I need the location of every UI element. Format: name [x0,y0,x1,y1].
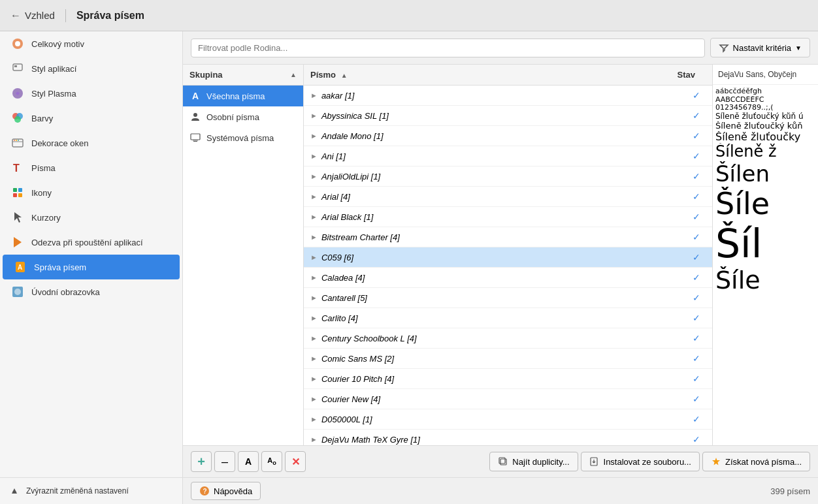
font-row[interactable]: ► Carlito [4] ✓ [304,308,712,328]
sidebar-item-kurzory[interactable]: Kurzory [0,205,182,230]
font-row[interactable]: ► Cantarell [5] ✓ [304,288,712,308]
sidebar-item-barvy[interactable]: Barvy [0,106,182,131]
preview-line: Šílen [715,161,815,187]
sidebar-item-sprava-pisem[interactable]: A Správa písem [3,255,180,279]
help-button[interactable]: ? Nápověda [191,482,261,500]
sidebar-item-pisma[interactable]: T Písma [0,155,182,180]
get-new-label: Získat nová písma... [725,457,802,467]
font-a2-icon: Ao [267,456,276,466]
sidebar-label-ikony: Ikony [31,188,52,198]
criteria-button[interactable]: Nastavit kritéria ▼ [710,38,810,57]
sidebar-label-sprava-pisem: Správa písem [34,262,86,272]
find-duplicates-button[interactable]: Najít duplicity... [489,452,578,471]
sidebar-label-kurzory: Kurzory [31,213,61,223]
font-a-button[interactable]: A [238,451,259,472]
find-duplicates-label: Najít duplicity... [512,457,569,467]
filter-input[interactable] [191,39,705,57]
group-item-vsechna[interactable]: A Všechna písma [183,86,303,106]
font-row-name: Century Schoolbook L [4] [321,334,693,343]
sidebar-item-styl-plasma[interactable]: Styl Plasma [0,81,182,106]
font-row[interactable]: ► Ani [1] ✓ [304,146,712,166]
svg-rect-27 [193,141,197,142]
sidebar-item-celkovy-motiv[interactable]: Celkový motiv [0,31,182,56]
colors-icon [10,111,25,125]
status-bar: ? Nápověda 399 písem [183,477,818,504]
preview-line: Šíle [715,266,815,295]
font-row[interactable]: ► Arial [4] ✓ [304,187,712,207]
font-a-icon: A [245,456,252,467]
page-title: Správa písem [76,10,144,22]
delete-icon: ✕ [291,456,300,468]
fontmgr-icon: A [13,260,27,274]
font-row[interactable]: ► Bitstream Charter [4] ✓ [304,227,712,247]
font-row-expand-icon: ► [310,334,318,342]
font-row[interactable]: ► Abyssinica SIL [1] ✓ [304,106,712,126]
install-from-file-button[interactable]: Instalovat ze souboru... [581,452,700,471]
font-row[interactable]: ► Courier New [4] ✓ [304,389,712,409]
font-row[interactable]: ► AnjaliOldLipi [1] ✓ [304,166,712,187]
sidebar-label-styl-aplikaci: Styl aplikací [31,64,76,74]
font-row-expand-icon: ► [310,435,318,443]
font-row-name: Bitstream Charter [4] [321,232,693,242]
preview-line: 0123456789..;,( [715,104,815,112]
font-row-name: Ani [1] [321,151,693,161]
back-button[interactable]: ← Vzhled [10,10,55,22]
font-row-check-icon: ✓ [693,252,700,262]
svg-rect-26 [191,134,200,140]
remove-font-button[interactable]: – [214,451,235,472]
font-row[interactable]: ► Century Schoolbook L [4] ✓ [304,328,712,349]
sidebar-label-pisma: Písma [31,163,56,173]
font-row[interactable]: ► DejaVu Math TeX Gyre [1] ✓ [304,430,712,445]
preview-line: AÁBCČDÉĚFC [715,96,815,104]
font-list-scroll[interactable]: ► aakar [1] ✓ ► Abyssinica SIL [1] ✓ ► A… [304,86,712,445]
svg-text:A: A [18,264,22,271]
preview-line: aábcčdéěfgh [715,87,815,96]
window-deco-icon [10,136,25,150]
group-item-systemova[interactable]: Systémová písma [183,127,303,148]
sidebar: Celkový motiv Styl aplikací Styl Plasma [0,31,183,504]
highlight-changes-button[interactable]: Zvýraznit změněná nastavení [10,486,172,496]
svg-point-12 [18,140,19,141]
sidebar-item-ikony[interactable]: Ikony [0,180,182,205]
sidebar-label-barvy: Barvy [31,114,53,123]
group-sort-icon: ▲ [290,71,297,78]
preview-line: Šíle [715,187,815,221]
install-label: Instalovat ze souboru... [604,457,691,467]
font-row-expand-icon: ► [310,294,318,302]
svg-rect-29 [500,459,506,465]
get-new-fonts-button[interactable]: Získat nová písma... [702,452,810,471]
font-row[interactable]: ► D050000L [1] ✓ [304,409,712,430]
font-row[interactable]: ► Comic Sans MS [2] ✓ [304,349,712,369]
font-row-name: AnjaliOldLipi [1] [321,172,693,181]
font-row[interactable]: ► aakar [1] ✓ [304,86,712,106]
sidebar-label-uvodni-obrazovka: Úvodní obrazovka [31,287,100,297]
sidebar-item-dekorace-oken[interactable]: Dekorace oken [0,131,182,155]
preview-line: Šíleně žluťoučký kůň ú [715,112,815,121]
svg-point-7 [14,116,21,123]
preview-line: Šíleně žluťoučky [715,131,815,143]
sidebar-item-odezva[interactable]: Odezva při spouštění aplikací [0,230,182,255]
preview-line: Šíl [715,221,815,266]
group-item-osobni[interactable]: Osobní písma [183,106,303,127]
font-row[interactable]: ► Arial Black [1] ✓ [304,207,712,227]
font-row[interactable]: ► Caladea [4] ✓ [304,268,712,288]
add-font-button[interactable]: + [191,451,212,472]
font-list-panel: Písmo ▲ Stav ► aakar [1] ✓ ► Abyssinica … [304,65,712,445]
font-row-check-icon: ✓ [693,110,700,121]
title-divider [65,9,66,22]
font-row[interactable]: ► Courier 10 Pitch [4] ✓ [304,369,712,389]
font-row-expand-icon: ► [310,314,318,322]
font-row[interactable]: ► Andale Mono [1] ✓ [304,126,712,146]
font-a2-button[interactable]: Ao [261,451,282,472]
font-row-expand-icon: ► [310,172,318,180]
app-style-icon [10,61,25,76]
preview-panel: DejaVu Sans, Obyčejn aábcčdéěfghAÁBCČDÉĚ… [712,65,818,445]
splash-icon [10,285,25,299]
preview-line: Šíleně žluťoučký kůň [715,121,815,131]
minus-icon: – [221,456,228,467]
sidebar-item-styl-aplikaci[interactable]: Styl aplikací [0,56,182,81]
sidebar-item-uvodni-obrazovka[interactable]: Úvodní obrazovka [0,279,182,304]
font-row[interactable]: ► C059 [6] ✓ [304,247,712,268]
delete-font-button[interactable]: ✕ [285,451,306,472]
svg-point-11 [16,140,17,141]
